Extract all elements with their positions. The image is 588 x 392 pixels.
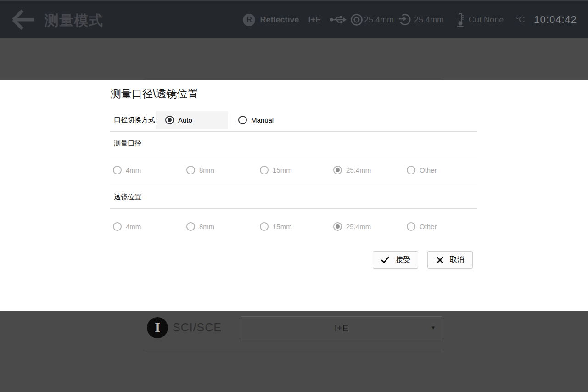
measurement-aperture-section: 测量口径 [110, 132, 477, 155]
sci-sce-dropdown[interactable]: I+E ▾ [241, 316, 442, 340]
sci-sce-dropdown-value: I+E [335, 323, 349, 334]
radio-lens-8mm[interactable]: 8mm [184, 222, 257, 231]
dimmed-background-bottom: I SCI/SCE I+E ▾ [0, 311, 588, 392]
bottom-divider [144, 350, 442, 350]
radio-aperture-8mm[interactable]: 8mm [184, 166, 257, 174]
accept-label: 接受 [396, 255, 410, 265]
thermometer-icon [457, 13, 464, 27]
clock: 10:04:42 [534, 14, 577, 26]
close-icon [436, 256, 444, 264]
background-divider [144, 78, 443, 78]
accept-button[interactable]: 接受 [373, 251, 418, 269]
measurement-aperture-label: 测量口径 [110, 139, 141, 148]
lens-position-value: 25.4mm [414, 15, 444, 25]
back-arrow-icon [10, 8, 36, 31]
page-title: 测量模式 [45, 11, 103, 30]
radio-aperture-15mm[interactable]: 15mm [257, 166, 330, 174]
radio-lens-other[interactable]: Other [404, 222, 477, 231]
sci-sce-mode-indicator: I+E [308, 15, 321, 25]
status-bar: R Reflective I+E [243, 1, 577, 39]
radio-manual[interactable]: Manual [238, 116, 274, 124]
aperture-switch-mode-row: 口径切换方式 Auto Manual [110, 108, 477, 131]
check-icon [381, 256, 390, 264]
radio-manual-label: Manual [251, 116, 274, 124]
radio-manual-control [238, 116, 247, 124]
lens-position-icon [398, 13, 411, 26]
dialog-buttons: 接受 取消 [110, 251, 477, 269]
radio-aperture-other[interactable]: Other [404, 166, 477, 174]
aperture-status: 25.4mm [350, 13, 394, 26]
radio-auto-control [165, 116, 174, 124]
radio-lens-25.4mm[interactable]: 25.4mm [330, 222, 404, 231]
cancel-label: 取消 [450, 255, 465, 265]
radio-aperture-4mm[interactable]: 4mm [110, 166, 184, 174]
caret-down-icon: ▾ [431, 324, 435, 331]
dialog-title: 测量口径\透镜位置 [110, 80, 477, 108]
cancel-button[interactable]: 取消 [427, 251, 473, 269]
dimmed-background-top [0, 38, 588, 80]
radio-lens-15mm[interactable]: 15mm [257, 222, 330, 231]
measurement-mode-screen: 测量模式 R Reflective I+E [0, 0, 588, 392]
usb-icon [330, 15, 347, 25]
divider [110, 244, 477, 244]
measurement-aperture-options: 4mm 8mm 15mm 25.4mm Other [110, 155, 477, 185]
lens-position-label: 透镜位置 [110, 193, 141, 202]
mode-label: Reflective [260, 15, 299, 25]
back-button[interactable] [10, 8, 36, 31]
aperture-icon [350, 13, 363, 26]
top-bar: 测量模式 R Reflective I+E [0, 0, 588, 38]
lens-position-options: 4mm 8mm 15mm 25.4mm Other [110, 209, 477, 244]
radio-auto-label: Auto [178, 116, 192, 124]
lens-position-section: 透镜位置 [110, 185, 477, 208]
switch-mode-label: 口径切换方式 [110, 116, 156, 124]
reflective-mode-icon: R [243, 14, 255, 26]
radio-auto[interactable]: Auto [156, 111, 228, 129]
sci-sce-icon: I [147, 317, 168, 338]
aperture-lens-dialog: 测量口径\透镜位置 口径切换方式 Auto Manual 测量口径 [0, 80, 588, 311]
uv-filter-status: Cut None [457, 13, 504, 27]
radio-aperture-25.4mm[interactable]: 25.4mm [330, 166, 404, 174]
radio-lens-4mm[interactable]: 4mm [110, 222, 184, 231]
uv-filter-value: Cut None [469, 15, 504, 25]
lens-position-status: 25.4mm [398, 13, 444, 26]
temperature-unit: °C [515, 15, 525, 25]
sci-sce-label: SCI/SCE [173, 321, 222, 334]
aperture-value: 25.4mm [364, 15, 394, 25]
